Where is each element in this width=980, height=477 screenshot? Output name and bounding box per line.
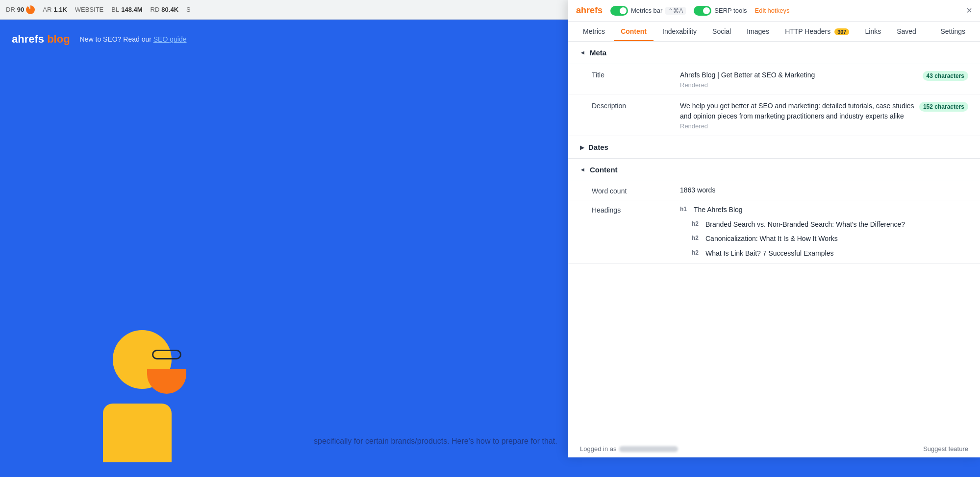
blog-nav-text: New to SEO? Read our <box>80 35 151 43</box>
metric-ar: AR 1.1K <box>43 6 67 13</box>
metric-bl-label: BL <box>111 6 119 13</box>
tab-indexability-label: Indexability <box>662 27 697 35</box>
heading-tag-h2-2: h2 <box>692 249 702 256</box>
content-chevron-icon: ▼ <box>579 167 586 173</box>
tab-content[interactable]: Content <box>614 22 653 41</box>
tab-metrics[interactable]: Metrics <box>576 22 612 41</box>
metrics-bar-toggle-group: Metrics bar ⌃⌘A <box>610 6 686 16</box>
blog-nav-link[interactable]: SEO guide <box>153 35 187 43</box>
tab-saved-label: Saved <box>897 27 916 35</box>
tab-metrics-label: Metrics <box>583 27 605 35</box>
metrics-bar-toggle[interactable] <box>610 6 628 16</box>
meta-section-header[interactable]: ▼ Meta <box>568 42 980 64</box>
extension-logo: ahrefs <box>576 5 603 16</box>
dates-section-title: Dates <box>588 143 608 151</box>
metric-bl-value: 148.4M <box>121 6 142 13</box>
meta-title-label: Title <box>592 70 680 89</box>
blog-nav: New to SEO? Read our SEO guide <box>80 35 187 43</box>
heading-tag-h1: h1 <box>680 205 690 213</box>
headings-list: h1 The Ahrefs Blog h2 Branded Search vs.… <box>680 205 968 258</box>
metrics-bar-hotkey: ⌃⌘A <box>665 7 686 15</box>
content-section: ▼ Content Word count 1863 words Headings… <box>568 159 980 263</box>
illustration <box>78 310 265 477</box>
dr-pie-icon <box>26 5 35 14</box>
settings-label: Settings <box>940 27 965 35</box>
logo-ahrefs: ahrefs <box>576 5 603 15</box>
word-count-label: Word count <box>592 186 680 195</box>
headings-label: Headings <box>592 205 680 214</box>
tab-saved[interactable]: Saved <box>890 22 923 41</box>
metric-ar-value: 1.1K <box>53 6 67 13</box>
metric-rd: RD 80.4K <box>151 6 178 13</box>
serp-tools-label: SERP tools <box>714 7 747 14</box>
metric-rd-label: RD <box>151 6 160 13</box>
meta-description-label: Description <box>592 101 680 130</box>
edit-hotkeys-link[interactable]: Edit hotkeys <box>755 7 790 14</box>
char-body <box>88 330 216 477</box>
metric-dr: DR 90 <box>6 5 35 14</box>
serp-tools-toggle[interactable] <box>694 6 711 16</box>
headings-row: Headings h1 The Ahrefs Blog h2 Branded S… <box>568 200 980 263</box>
tab-images[interactable]: Images <box>740 22 776 41</box>
metric-bl: BL 148.4M <box>111 6 142 13</box>
metric-website: WEBSITE <box>75 6 104 13</box>
content-section-title: Content <box>590 166 618 174</box>
dates-section: ▶ Dates <box>568 136 980 159</box>
meta-description-sub: Rendered <box>680 122 919 130</box>
meta-section: ▼ Meta Title Ahrefs Blog | Get Better at… <box>568 42 980 136</box>
extension-tabs: Metrics Content Indexability Social Imag… <box>568 22 980 42</box>
meta-title-row: Title Ahrefs Blog | Get Better at SEO & … <box>568 64 980 95</box>
bottom-text-content: specifically for certain brands/products… <box>314 437 557 445</box>
tab-links-label: Links <box>865 27 881 35</box>
tab-indexability[interactable]: Indexability <box>655 22 704 41</box>
meta-title-sub: Rendered <box>680 81 923 89</box>
meta-title-value-col: Ahrefs Blog | Get Better at SEO & Market… <box>680 70 923 89</box>
char-glasses <box>152 350 181 359</box>
serp-tools-toggle-group: SERP tools <box>694 6 747 16</box>
meta-description-row: Description We help you get better at SE… <box>568 95 980 136</box>
meta-title-value: Ahrefs Blog | Get Better at SEO & Market… <box>680 70 923 80</box>
blog-logo-accent: blog <box>47 33 70 45</box>
heading-tag-h2-1: h2 <box>692 234 702 241</box>
metrics-bar-label: Metrics bar <box>631 7 662 14</box>
char-beard <box>147 369 186 394</box>
tab-images-label: Images <box>747 27 769 35</box>
logged-in-label: Logged in as <box>580 445 616 453</box>
content-section-header[interactable]: ▼ Content <box>568 159 980 181</box>
extension-footer: Logged in as Suggest feature <box>568 440 980 457</box>
logged-in-section: Logged in as <box>580 445 678 453</box>
metric-website-label: WEBSITE <box>75 6 104 13</box>
metric-s-label: S <box>186 6 191 13</box>
heading-text-h2-0: Branded Search vs. Non-Branded Search: W… <box>705 220 905 230</box>
meta-description-badge: 152 characters <box>919 102 968 112</box>
tab-http-headers[interactable]: HTTP Headers 307 <box>778 22 856 41</box>
metric-dr-value: 90 <box>17 6 24 13</box>
heading-text-h2-1: Canonicalization: What It Is & How It Wo… <box>705 234 838 244</box>
suggest-feature-link[interactable]: Suggest feature <box>923 445 968 453</box>
heading-item-h2-1: h2 Canonicalization: What It Is & How It… <box>680 234 968 244</box>
extension-topbar: ahrefs Metrics bar ⌃⌘A SERP tools Edit h… <box>568 0 980 22</box>
dates-chevron-icon: ▶ <box>580 144 584 151</box>
tab-social[interactable]: Social <box>705 22 738 41</box>
word-count-value: 1863 words <box>680 186 968 194</box>
dates-section-header[interactable]: ▶ Dates <box>568 136 980 158</box>
settings-tab[interactable]: Settings <box>933 22 972 41</box>
metric-s: S <box>186 6 191 13</box>
char-head <box>113 330 172 389</box>
heading-text-h2-2: What Is Link Bait? 7 Successful Examples <box>705 249 833 259</box>
meta-section-title: Meta <box>590 48 606 57</box>
http-headers-badge: 307 <box>834 28 849 35</box>
extension-panel: ahrefs Metrics bar ⌃⌘A SERP tools Edit h… <box>568 0 980 457</box>
extension-content[interactable]: ▼ Meta Title Ahrefs Blog | Get Better at… <box>568 42 980 440</box>
tab-links[interactable]: Links <box>858 22 888 41</box>
metric-ar-label: AR <box>43 6 51 13</box>
meta-title-badge: 43 characters <box>923 71 968 81</box>
tab-social-label: Social <box>712 27 731 35</box>
heading-item-h2-0: h2 Branded Search vs. Non-Branded Search… <box>680 220 968 230</box>
char-torso <box>103 404 172 462</box>
blog-logo: ahrefs blog <box>12 33 70 46</box>
heading-tag-h2-0: h2 <box>692 220 702 227</box>
meta-description-value-col: We help you get better at SEO and market… <box>680 101 919 130</box>
close-button[interactable]: × <box>966 5 972 16</box>
metric-dr-label: DR <box>6 6 15 13</box>
